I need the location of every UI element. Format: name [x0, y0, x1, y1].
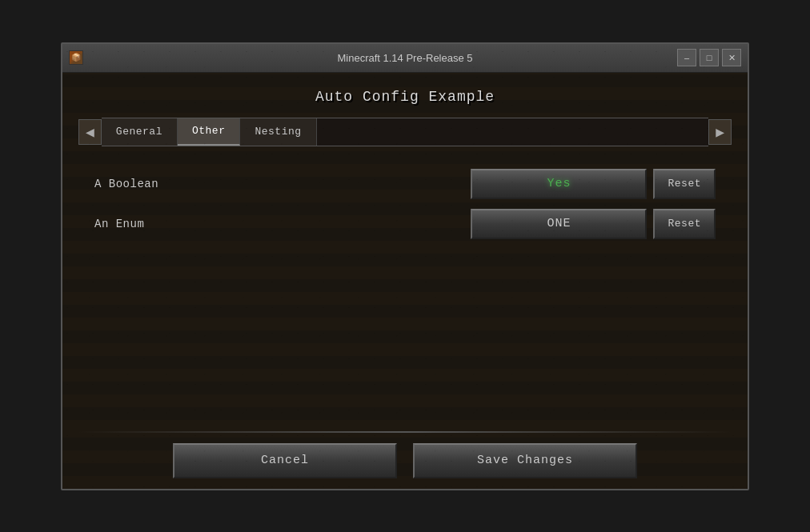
boolean-reset-button[interactable]: Reset	[653, 169, 716, 199]
app-icon: 📦	[69, 50, 83, 65]
enum-reset-button[interactable]: Reset	[653, 209, 716, 239]
title-bar-left: 📦	[69, 50, 83, 65]
tab-nesting[interactable]: Nesting	[240, 118, 316, 146]
boolean-label: A Boolean	[94, 178, 158, 190]
boolean-controls: Yes Reset	[471, 169, 716, 199]
config-row-boolean: A Boolean Yes Reset	[94, 169, 716, 199]
tabs-right-arrow[interactable]: ▶	[708, 119, 732, 145]
title-bar: 📦 Minecraft 1.14 Pre-Release 5 – □ ✕	[62, 44, 748, 73]
tabs-left-arrow[interactable]: ◀	[78, 119, 102, 145]
enum-value-button[interactable]: ONE	[471, 209, 647, 239]
minimize-button[interactable]: –	[677, 49, 696, 66]
tab-general[interactable]: General	[102, 118, 178, 146]
title-bar-controls: – □ ✕	[677, 49, 741, 66]
close-button[interactable]: ✕	[722, 49, 741, 66]
save-button[interactable]: Save Changes	[413, 443, 637, 478]
enum-controls: ONE Reset	[471, 209, 716, 239]
enum-label: An Enum	[94, 218, 144, 230]
tabs-container: ◀ General Other Nesting ▶	[62, 118, 748, 146]
maximize-button[interactable]: □	[700, 49, 719, 66]
page-title: Auto Config Example	[62, 73, 748, 118]
config-row-enum: An Enum ONE Reset	[94, 209, 716, 239]
config-area: A Boolean Yes Reset An Enum ONE Reset	[62, 150, 748, 431]
window-title: Minecraft 1.14 Pre-Release 5	[337, 52, 472, 64]
tabs-bar: General Other Nesting	[102, 118, 708, 146]
tab-other[interactable]: Other	[178, 118, 241, 146]
boolean-value-button[interactable]: Yes	[471, 169, 647, 199]
main-window: 📦 Minecraft 1.14 Pre-Release 5 – □ ✕ Aut…	[61, 42, 749, 490]
main-content: Auto Config Example ◀ General Other Nest…	[62, 73, 748, 433]
cancel-button[interactable]: Cancel	[173, 443, 397, 478]
footer: Cancel Save Changes	[62, 433, 748, 489]
